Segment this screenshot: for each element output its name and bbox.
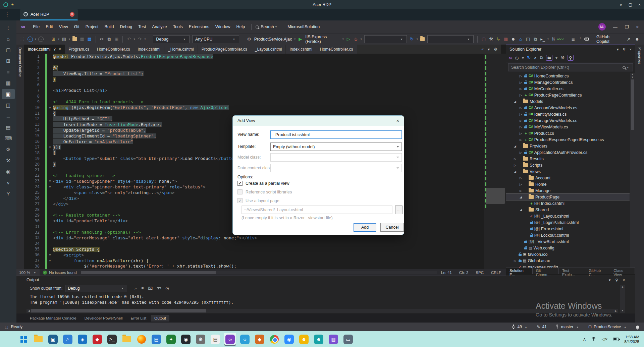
code-text[interactable]: <div id="productTable"></div> bbox=[53, 218, 128, 223]
tree-item-productpagecontroller-cs[interactable]: ▷+C#ProductPageController.cs bbox=[506, 92, 630, 98]
dropdown-caret-icon[interactable]: ▾ bbox=[35, 38, 36, 41]
tree-item-layout-cshtml[interactable]: ✓[@]_Layout.cshtml bbox=[506, 213, 630, 219]
person-yellow-icon[interactable]: ☻ bbox=[298, 333, 310, 346]
expander-icon[interactable]: ▷ bbox=[518, 94, 523, 97]
fold-icon[interactable]: v bbox=[47, 259, 53, 262]
editor-tab-index-cshtml[interactable]: Index.cshtml⚲× bbox=[24, 45, 65, 54]
start-without-debug-icon[interactable]: ▷ bbox=[345, 35, 352, 43]
view-name-input[interactable]: _ProductList.cshtml bbox=[270, 130, 402, 139]
avatar[interactable]: AU bbox=[598, 23, 606, 31]
tree-item-viewstart-cshtml[interactable]: [@]_ViewStart.cshtml bbox=[506, 238, 630, 245]
tree-item-applicationoauthprovider-cs[interactable]: ▷C#ApplicationOAuthProvider.cs bbox=[506, 149, 630, 156]
menu-edit[interactable]: Edit bbox=[43, 23, 56, 31]
status-commit[interactable]: 49▴ bbox=[512, 325, 528, 329]
editor-tab-productpagecontroller-cs[interactable]: ProductPageController.cs bbox=[198, 45, 251, 54]
save-all-icon[interactable]: ▦ bbox=[86, 35, 93, 43]
settings-gear-icon[interactable]: ⚙ bbox=[2, 144, 15, 155]
fullscreen-icon[interactable]: ⊞ bbox=[2, 56, 15, 66]
new-project-icon[interactable]: ⊞ bbox=[50, 35, 57, 43]
nav-back-icon[interactable]: ← bbox=[28, 37, 33, 42]
clock[interactable]: 1:58 AM 8/4/2025 bbox=[624, 335, 639, 344]
close-tab-icon[interactable]: × bbox=[59, 47, 61, 51]
monitor-app-icon[interactable]: ▭ bbox=[342, 333, 354, 346]
code-text[interactable]: <span class="sr-only">Loading...</span> bbox=[53, 190, 174, 195]
red-app-icon[interactable]: ◆ bbox=[91, 333, 103, 346]
goto-message-icon[interactable]: ≡ bbox=[141, 286, 144, 291]
tree-item-product-cs[interactable]: ▷+C#Product.cs bbox=[506, 130, 630, 136]
tree-item-home[interactable]: ▷Home bbox=[506, 181, 630, 187]
nav-forward-icon[interactable]: → bbox=[38, 37, 44, 42]
panel-dropdown-icon[interactable]: ▾ bbox=[609, 278, 611, 282]
preview-selected-icon[interactable]: ⚲ bbox=[568, 55, 574, 61]
tree-item-index-cshtml[interactable]: +[@]Index.cshtml bbox=[506, 200, 630, 207]
menu-project[interactable]: Project bbox=[83, 23, 102, 31]
menu-view[interactable]: View bbox=[56, 23, 71, 31]
code-text[interactable]: ViewBag.Title = "Product List"; bbox=[53, 71, 144, 76]
editor-tab-homecontroller-cs[interactable]: HomeController.cs bbox=[316, 45, 357, 54]
configuration-select[interactable]: Debug▾ bbox=[153, 35, 190, 43]
find-in-files-icon[interactable] bbox=[420, 37, 425, 41]
tree-item-shared[interactable]: ◢Shared bbox=[506, 207, 630, 213]
zoom-select[interactable]: 100 % ▾ bbox=[16, 269, 40, 276]
open-folder-icon[interactable] bbox=[72, 37, 77, 41]
lines-icon[interactable]: ≡ bbox=[2, 67, 15, 77]
run-target-label[interactable]: IIS Express (Firefox) bbox=[305, 35, 340, 44]
expander-icon[interactable]: ▷ bbox=[518, 176, 523, 180]
tab-dropdown-icon[interactable]: ▾ bbox=[488, 47, 490, 52]
code-text[interactable]: { bbox=[53, 111, 56, 116]
tree-item-manage[interactable]: ▷Manage bbox=[506, 187, 630, 194]
status-pencil[interactable]: ✎41 bbox=[537, 325, 546, 329]
panel-close-icon[interactable]: × bbox=[630, 47, 632, 52]
expander-icon[interactable]: ▷ bbox=[518, 113, 523, 116]
panel-pin-icon[interactable]: ⚲ bbox=[615, 278, 618, 282]
expander-icon[interactable]: ▷ bbox=[518, 138, 523, 141]
editor-tab-program-cs[interactable]: Program.cs bbox=[65, 45, 93, 54]
copy-icon[interactable]: ⧉ bbox=[106, 35, 112, 43]
green-app-icon[interactable]: ✦ bbox=[165, 333, 177, 346]
dropdown-caret-icon[interactable]: ▾ bbox=[342, 38, 344, 41]
chrome-icon[interactable] bbox=[268, 333, 280, 346]
grid-icon[interactable]: ▦ bbox=[2, 78, 15, 88]
autoscroll-icon[interactable]: ◷ bbox=[165, 286, 169, 291]
dropdown-caret-icon[interactable]: ▾ bbox=[144, 38, 146, 41]
code-text[interactable]: <div id="loadingSpinner" style="display:… bbox=[53, 179, 177, 184]
tab-options-gear-icon[interactable]: ⚙ bbox=[494, 47, 497, 52]
panel-pin-icon[interactable]: ⚲ bbox=[623, 47, 626, 52]
editor-scrollbar-map[interactable] bbox=[484, 54, 506, 269]
spaces-indicator[interactable]: SPC bbox=[476, 271, 484, 275]
keyboard-icon[interactable]: ⌨ bbox=[2, 133, 15, 143]
switch-views-icon[interactable]: ∞ bbox=[509, 55, 512, 60]
empty-select-1[interactable]: ▾ bbox=[364, 35, 407, 43]
expander-icon[interactable]: ◢ bbox=[518, 208, 523, 212]
dropdown-caret-icon[interactable]: ▾ bbox=[133, 38, 135, 41]
tree-item-packages-config[interactable]: ✓▤packages.config bbox=[506, 264, 630, 268]
search-button[interactable]: Search bbox=[261, 24, 274, 29]
screenshot-icon[interactable]: ▣ bbox=[2, 89, 15, 99]
platform-select[interactable]: Any CPU▾ bbox=[192, 35, 239, 43]
expander-icon[interactable]: ▷ bbox=[518, 74, 523, 78]
expander-icon[interactable]: ◢ bbox=[513, 144, 518, 148]
wifi-icon[interactable] bbox=[591, 337, 596, 341]
redo-icon[interactable]: ↷ bbox=[136, 35, 143, 43]
menu-file[interactable]: File bbox=[30, 23, 43, 31]
code-text[interactable]: } bbox=[53, 77, 56, 82]
code-text[interactable]: UpdateTargetId = "productTable", bbox=[53, 128, 146, 133]
add-button[interactable]: Add bbox=[354, 223, 376, 232]
menu-build[interactable]: Build bbox=[102, 23, 117, 31]
code-text[interactable]: <script> bbox=[53, 252, 84, 257]
clipboard-icon[interactable]: ▤ bbox=[2, 122, 15, 132]
expander-icon[interactable]: ▷ bbox=[518, 87, 523, 91]
tree-item-loginpartial-cshtml[interactable]: [@]_LoginPartial.cshtml bbox=[506, 219, 630, 226]
dropdown-caret-icon[interactable]: ▾ bbox=[361, 38, 362, 41]
tree-scrollbar[interactable]: ▲▼ bbox=[630, 73, 635, 268]
expander-icon[interactable]: ▷ bbox=[518, 106, 523, 110]
close-icon[interactable]: × bbox=[638, 2, 641, 7]
tools-icon[interactable]: ⚒ bbox=[2, 155, 15, 166]
panel-tab-git-chang[interactable]: Git Chang... bbox=[533, 268, 559, 274]
code-text[interactable]: <!-- Loading spinner --> bbox=[53, 173, 115, 178]
expander-icon[interactable]: ▷ bbox=[518, 132, 523, 135]
sync-dropdown-icon[interactable]: ▾ bbox=[555, 55, 558, 60]
folder2-icon[interactable] bbox=[121, 333, 133, 346]
vs-restore-icon[interactable]: ❐ bbox=[625, 24, 629, 30]
new-window-icon[interactable]: ⧉ bbox=[532, 35, 539, 43]
